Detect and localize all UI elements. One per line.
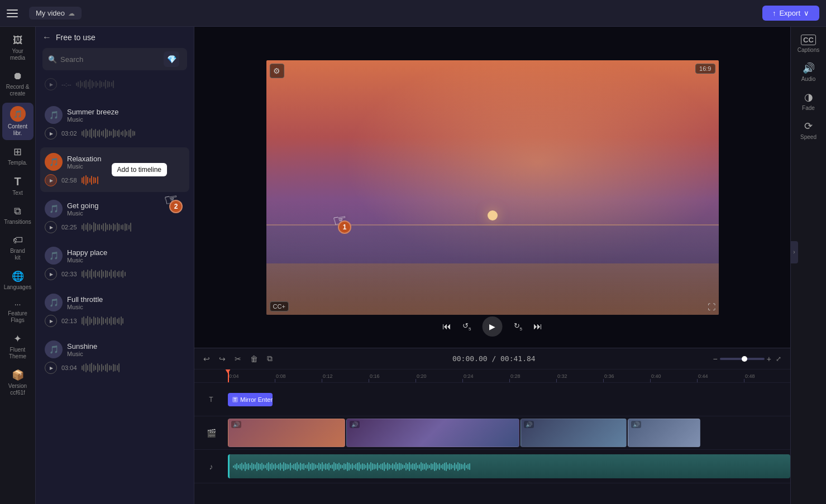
text-clip[interactable]: T Mirror Enter t bbox=[228, 393, 273, 406]
search-icon: 🔍 bbox=[48, 55, 57, 64]
music-name: Summer breeze bbox=[67, 108, 185, 116]
sidebar-item-media[interactable]: 🖼 Your media bbox=[2, 31, 34, 65]
ruler-mark: 0:12 bbox=[322, 373, 369, 382]
list-item[interactable]: 🎵 Happy place Music 02:33 bbox=[40, 241, 189, 286]
playhead-indicator bbox=[225, 369, 231, 373]
list-item[interactable]: 🎵 Sunshine Music 03:04 bbox=[40, 335, 189, 380]
my-video-tab[interactable]: My video ☁ bbox=[29, 7, 82, 20]
music-icon: 🎵 bbox=[45, 294, 63, 311]
undo-button[interactable]: ↩ bbox=[201, 352, 212, 366]
duration: 02:33 bbox=[61, 271, 77, 277]
list-item-relaxation[interactable]: 🎵 Relaxation Music 02:58 Add to timeline bbox=[40, 147, 189, 192]
fade-icon: ◑ bbox=[804, 91, 813, 103]
sidebar-label-languages: Languages bbox=[4, 284, 32, 291]
play-button[interactable] bbox=[45, 268, 57, 280]
delete-button[interactable]: 🗑 bbox=[248, 352, 260, 366]
redo-button[interactable]: ↪ bbox=[217, 352, 228, 366]
play-button[interactable] bbox=[45, 78, 57, 90]
sidebar-label-theme: FluentTheme bbox=[9, 347, 26, 360]
audio-clip[interactable]: (function() { const heights = [4,8,12,6,… bbox=[228, 454, 790, 478]
zoom-out-button[interactable]: − bbox=[713, 354, 718, 363]
list-item[interactable]: 🎵 Full throttle Music 02:13 bbox=[40, 288, 189, 333]
sidebar-label-transitions: Transitions bbox=[4, 219, 31, 225]
skip-back-button[interactable]: ⏮ bbox=[442, 321, 451, 332]
video-clips: 🔊 🔊 🔊 🔊 bbox=[228, 419, 790, 447]
video-track: 🎬 🔊 🔊 bbox=[194, 416, 790, 450]
premium-icon[interactable]: 💎 bbox=[164, 51, 179, 67]
zoom-in-button[interactable]: + bbox=[767, 354, 771, 363]
sidebar-item-record[interactable]: ⏺ Record &create bbox=[2, 67, 34, 100]
ruler-mark: 0:04 bbox=[228, 373, 275, 382]
list-item[interactable]: 🎵 Get going Music 02:25 bbox=[40, 194, 189, 239]
sidebar-item-theme[interactable]: ✦ FluentTheme bbox=[2, 329, 34, 363]
video-clip[interactable]: 🔊 bbox=[228, 419, 345, 447]
back-button[interactable]: ← bbox=[42, 32, 51, 42]
settings-button[interactable]: ⚙ bbox=[270, 64, 284, 78]
timeline-tracks: T T Mirror Enter t 🎬 bbox=[194, 383, 790, 504]
sidebar-item-content[interactable]: 🎵 Contentlibr. bbox=[2, 103, 34, 140]
duration: 03:04 bbox=[61, 364, 77, 371]
music-list: --:-- 🎵 Summer breeze Music 0 bbox=[36, 76, 194, 504]
zoom-thumb bbox=[742, 356, 747, 362]
copy-button[interactable]: ⧉ bbox=[265, 352, 275, 366]
video-clip[interactable]: 🔊 bbox=[628, 419, 700, 447]
sidebar-item-languages[interactable]: 🌐 Languages bbox=[2, 267, 34, 294]
export-button[interactable]: ↑ Export ∨ bbox=[762, 6, 819, 21]
tab-area: My video ☁ bbox=[29, 7, 82, 20]
fullscreen-button[interactable]: ⛶ bbox=[708, 303, 715, 311]
cc-badge[interactable]: CC+ bbox=[270, 301, 289, 311]
hamburger-menu-icon[interactable] bbox=[7, 8, 18, 19]
sidebar-item-flags[interactable]: ··· FeatureFlags bbox=[2, 296, 34, 327]
ruler-mark: 0:08 bbox=[275, 373, 322, 382]
sidebar-item-transitions[interactable]: ⧉ Transitions bbox=[2, 202, 34, 229]
collapse-right-panel-button[interactable]: › bbox=[790, 241, 798, 263]
play-button[interactable] bbox=[45, 174, 57, 186]
play-button[interactable] bbox=[45, 315, 57, 327]
skip-forward-button[interactable]: ⏭ bbox=[533, 321, 542, 332]
content-icon: 🎵 bbox=[10, 106, 26, 122]
transitions-icon: ⧉ bbox=[14, 205, 21, 217]
aspect-ratio-button[interactable]: 16:9 bbox=[695, 64, 715, 74]
audio-waveform: (function() { const heights = [4,8,12,6,… bbox=[230, 454, 790, 478]
play-button[interactable] bbox=[45, 362, 57, 374]
volume-icon: 🔊 bbox=[524, 421, 534, 428]
playhead[interactable] bbox=[228, 369, 229, 382]
play-button[interactable] bbox=[45, 221, 57, 233]
music-category: Music bbox=[67, 210, 185, 217]
music-name: Relaxation bbox=[67, 155, 185, 163]
list-item[interactable]: --:-- bbox=[40, 76, 189, 98]
panel-title: Free to use bbox=[56, 33, 96, 42]
music-panel: ← Free to use 🔍 💎 --:-- bbox=[36, 27, 194, 504]
center-area: ⚙ 16:9 CC+ ⛶ ⏮ ↺5 ▶ ↻5 ⏭ ☞ 1 ↩ bbox=[194, 27, 790, 504]
cut-button[interactable]: ✂ bbox=[232, 352, 243, 366]
play-button[interactable] bbox=[45, 127, 57, 140]
speed-icon: ⟳ bbox=[804, 120, 813, 132]
music-name: Sunshine bbox=[67, 342, 185, 351]
sidebar-item-templates[interactable]: ⊞ Templa. bbox=[2, 142, 34, 170]
music-icon: 🎵 bbox=[45, 247, 63, 265]
forward-5-button[interactable]: ↻5 bbox=[514, 321, 522, 332]
play-pause-button[interactable]: ▶ bbox=[483, 316, 503, 337]
rewind-5-button[interactable]: ↺5 bbox=[462, 321, 471, 332]
sidebar-item-version[interactable]: 📦 Versionccf61f bbox=[2, 366, 34, 400]
add-to-timeline-button[interactable]: Add to timeline bbox=[112, 163, 167, 176]
fade-panel-item[interactable]: ◑ Fade bbox=[793, 88, 824, 114]
sidebar-item-brand[interactable]: 🏷 Brandkit bbox=[2, 231, 34, 265]
sidebar-label-version: Versionccf61f bbox=[8, 383, 27, 396]
search-input[interactable] bbox=[60, 55, 160, 64]
music-icon: 🎵 bbox=[45, 153, 63, 171]
sidebar-label-flags: FeatureFlags bbox=[8, 310, 27, 324]
timeline-area: ↩ ↪ ✂ 🗑 ⧉ 00:00.00 / 00:41.84 − + ⤢ bbox=[194, 348, 790, 504]
speed-panel-item[interactable]: ⟳ Speed bbox=[793, 117, 824, 143]
audio-panel-item[interactable]: 🔊 Audio bbox=[793, 59, 824, 85]
music-category: Music bbox=[67, 257, 185, 263]
list-item[interactable]: 🎵 Summer breeze Music 03:02 bbox=[40, 100, 189, 145]
captions-panel-item[interactable]: CC Captions bbox=[793, 31, 824, 56]
theme-icon: ✦ bbox=[13, 333, 22, 345]
sidebar-item-text[interactable]: T Text bbox=[2, 172, 34, 200]
waveform bbox=[82, 221, 185, 233]
fit-button[interactable]: ⤢ bbox=[774, 353, 784, 365]
video-clip[interactable]: 🔊 bbox=[521, 419, 627, 447]
zoom-slider[interactable] bbox=[720, 358, 765, 360]
video-clip[interactable]: 🔊 bbox=[346, 419, 519, 447]
